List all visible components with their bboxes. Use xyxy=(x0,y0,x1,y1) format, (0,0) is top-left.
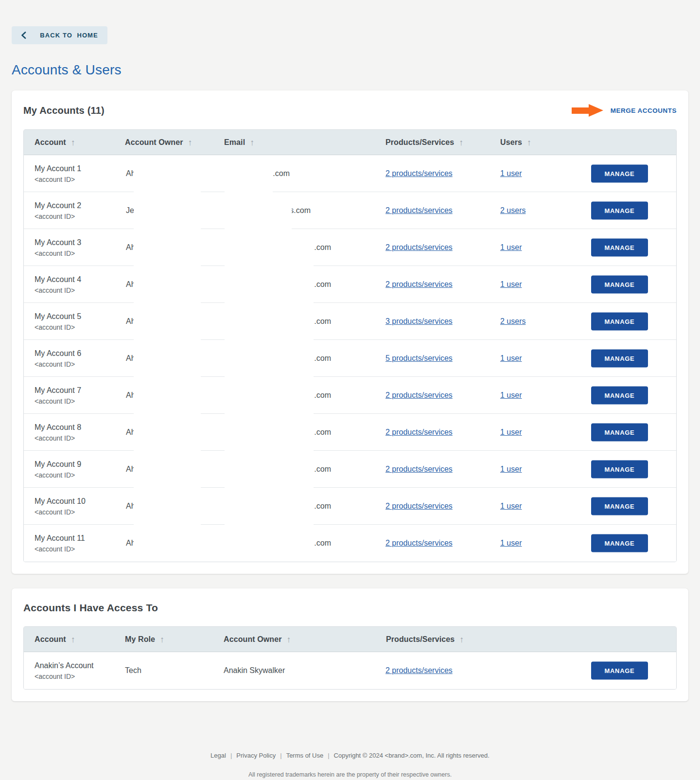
manage-button[interactable]: MANAGE xyxy=(591,349,648,367)
table-row: My Account 6<account ID>Ah.com5 products… xyxy=(24,340,676,377)
email-redaction-overlay xyxy=(225,492,314,525)
manage-button[interactable]: MANAGE xyxy=(591,460,648,478)
sort-up-icon: ↑ xyxy=(459,635,464,644)
owner-redaction-overlay xyxy=(134,529,201,561)
sort-up-icon: ↑ xyxy=(527,138,531,147)
footer-link-legal[interactable]: Legal xyxy=(210,752,226,759)
table-row: My Account 3<account ID>Ah.com2 products… xyxy=(24,229,676,266)
footer-separator: | xyxy=(226,752,236,759)
users-link[interactable]: 1 user xyxy=(500,354,522,363)
products-services-link[interactable]: 2 products/services xyxy=(385,280,453,289)
products-services-link[interactable]: 2 products/services xyxy=(385,539,453,548)
sort-up-icon: ↑ xyxy=(188,138,192,147)
manage-button[interactable]: MANAGE xyxy=(591,312,648,330)
column-header-products-services[interactable]: Products/Services↑ xyxy=(386,635,464,644)
users-link[interactable]: 2 users xyxy=(500,317,525,326)
products-services-link[interactable]: 2 products/services xyxy=(385,206,453,215)
column-header-my-role[interactable]: My Role↑ xyxy=(125,635,164,644)
account-cell: Anakin’s Account<account ID> xyxy=(35,661,94,680)
manage-button[interactable]: MANAGE xyxy=(591,386,648,404)
column-header-account-owner[interactable]: Account Owner↑ xyxy=(125,138,192,147)
users-link[interactable]: 1 user xyxy=(500,539,522,548)
footer-copyright: Copyright © 2024 <brand>.com, Inc. All r… xyxy=(334,752,490,759)
users-link[interactable]: 1 user xyxy=(500,465,522,474)
products-services-link[interactable]: 2 products/services xyxy=(385,243,453,252)
column-label: Account Owner xyxy=(224,635,282,644)
back-to-home-button[interactable]: BACK TO HOME xyxy=(12,26,107,44)
email-redaction-overlay xyxy=(225,344,314,377)
email-redaction-overlay xyxy=(225,196,292,230)
column-header-account[interactable]: Account↑ xyxy=(35,635,75,644)
column-header-email[interactable]: Email↑ xyxy=(224,138,254,147)
owner-redaction-overlay xyxy=(134,418,201,451)
my-accounts-card: My Accounts (11) MERGE ACCOUNTS Account↑… xyxy=(12,90,688,574)
email-redaction-overlay xyxy=(225,307,314,340)
users-link[interactable]: 1 user xyxy=(500,243,522,252)
column-header-products-services[interactable]: Products/Services↑ xyxy=(385,138,463,147)
footer: Legal|Privacy Policy|Terms of Use|Copyri… xyxy=(12,752,688,780)
sort-up-icon: ↑ xyxy=(71,635,75,644)
table-row: Anakin’s Account<account ID>TechAnakin S… xyxy=(24,652,676,689)
email-redaction-overlay xyxy=(225,529,314,561)
sort-up-icon: ↑ xyxy=(287,635,291,644)
users-link[interactable]: 1 user xyxy=(500,280,522,289)
table-row: My Account 9<account ID>Ah.com2 products… xyxy=(24,451,676,488)
manage-button[interactable]: MANAGE xyxy=(591,201,648,219)
account-name: Anakin’s Account xyxy=(35,661,94,670)
column-label: My Role xyxy=(125,635,155,644)
footer-link-privacy-policy[interactable]: Privacy Policy xyxy=(236,752,276,759)
column-header-users[interactable]: Users↑ xyxy=(500,138,531,147)
table-row: My Account 7<account ID>Ah.com2 products… xyxy=(24,377,676,414)
products-services-link[interactable]: 2 products/services xyxy=(385,391,453,400)
manage-button[interactable]: MANAGE xyxy=(591,534,648,552)
my-accounts-card-head: My Accounts (11) MERGE ACCOUNTS xyxy=(23,104,677,117)
users-link[interactable]: 1 user xyxy=(500,502,522,511)
users-link[interactable]: 1 user xyxy=(500,391,522,400)
table-row: My Account 1<account ID>Ah.com2 products… xyxy=(24,155,676,192)
annotation-arrow-icon xyxy=(572,104,603,117)
account-id: <account ID> xyxy=(35,673,94,680)
products-services-link[interactable]: 2 products/services xyxy=(385,465,453,474)
page-title: Accounts & Users xyxy=(12,62,688,78)
column-label: Account xyxy=(35,635,66,644)
footer-link-terms-of-use[interactable]: Terms of Use xyxy=(286,752,324,759)
merge-accounts-link[interactable]: MERGE ACCOUNTS xyxy=(611,107,677,114)
products-services-link[interactable]: 5 products/services xyxy=(385,354,453,363)
merge-accounts-callout: MERGE ACCOUNTS xyxy=(572,104,677,117)
manage-button[interactable]: MANAGE xyxy=(591,238,648,256)
products-services-link[interactable]: 2 products/services xyxy=(385,666,453,675)
owner-redaction-overlay xyxy=(134,381,201,414)
my-accounts-table: Account↑Account Owner↑Email↑Products/Ser… xyxy=(23,129,677,562)
manage-button[interactable]: MANAGE xyxy=(591,423,648,441)
manage-button[interactable]: MANAGE xyxy=(591,275,648,293)
table-row: My Account 11<account ID>Ah.com2 product… xyxy=(24,525,676,562)
email-redaction-overlay xyxy=(225,418,314,451)
my-role-cell: Tech xyxy=(125,666,141,675)
account-owner-cell: Anakin Skywalker xyxy=(224,666,285,675)
users-link[interactable]: 2 users xyxy=(500,206,525,215)
email-redaction-overlay xyxy=(225,159,273,193)
products-services-link[interactable]: 2 products/services xyxy=(385,169,453,178)
table-row: My Account 5<account ID>Ah.com3 products… xyxy=(24,303,676,340)
access-accounts-table: Account↑My Role↑Account Owner↑Products/S… xyxy=(23,626,677,690)
page: BACK TO HOME Accounts & Users My Account… xyxy=(0,0,700,780)
access-accounts-title: Accounts I Have Access To xyxy=(23,602,677,614)
owner-redaction-overlay xyxy=(134,196,201,230)
owner-redaction-overlay xyxy=(134,307,201,340)
column-header-account[interactable]: Account↑ xyxy=(35,138,75,147)
manage-button[interactable]: MANAGE xyxy=(591,164,648,182)
footer-separator: | xyxy=(323,752,333,759)
sort-up-icon: ↑ xyxy=(459,138,463,147)
column-header-account-owner[interactable]: Account Owner↑ xyxy=(224,635,291,644)
manage-button[interactable]: MANAGE xyxy=(591,497,648,515)
manage-button[interactable]: MANAGE xyxy=(591,662,648,680)
column-label: Email xyxy=(224,138,245,147)
products-services-link[interactable]: 2 products/services xyxy=(385,428,453,437)
column-label: Users xyxy=(500,138,522,147)
users-link[interactable]: 1 user xyxy=(500,169,522,178)
users-link[interactable]: 1 user xyxy=(500,428,522,437)
email-redaction-overlay xyxy=(225,233,314,266)
products-services-link[interactable]: 2 products/services xyxy=(385,502,453,511)
products-services-link[interactable]: 3 products/services xyxy=(385,317,453,326)
column-label: Account Owner xyxy=(125,138,183,147)
